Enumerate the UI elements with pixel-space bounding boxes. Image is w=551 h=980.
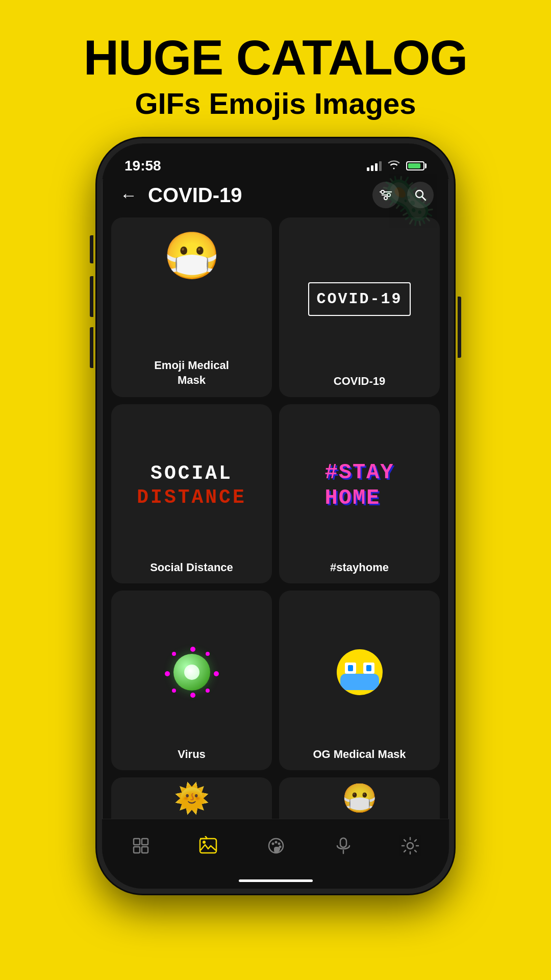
volume-down-button bbox=[90, 327, 93, 368]
sticker-label-emoji-mask: Emoji MedicalMask bbox=[154, 358, 229, 387]
phone-wrapper: 19:58 bbox=[97, 138, 454, 894]
app-header: 🦠 ← COVID-19 bbox=[102, 179, 449, 217]
sticker-label-stayhome: #stayhome bbox=[330, 561, 389, 574]
sticker-visual-stayhome: #STAY HOME bbox=[319, 414, 399, 557]
sticker-visual-covid19: COVID-19 bbox=[303, 228, 415, 371]
back-button[interactable]: ← bbox=[117, 183, 140, 208]
status-icons bbox=[367, 159, 427, 173]
page-subtitle: GIFs Emojis Images bbox=[84, 86, 467, 120]
sticker-label-social-distance: Social Distance bbox=[150, 561, 233, 574]
search-icon bbox=[415, 189, 426, 201]
sticker-card-virus[interactable]: Virus bbox=[111, 591, 272, 770]
svg-rect-9 bbox=[142, 839, 148, 845]
status-bar: 19:58 bbox=[102, 143, 449, 179]
home-indicator bbox=[102, 872, 449, 889]
bottom-nav bbox=[102, 819, 449, 872]
nav-item-mic[interactable] bbox=[325, 832, 362, 859]
svg-point-21 bbox=[407, 843, 413, 849]
svg-point-4 bbox=[387, 193, 390, 197]
sticker-card-og-mask[interactable]: OG Medical Mask bbox=[279, 591, 440, 770]
filter-icon bbox=[380, 190, 392, 200]
search-button[interactable] bbox=[407, 182, 434, 208]
svg-point-12 bbox=[203, 841, 206, 844]
svg-point-16 bbox=[274, 841, 277, 844]
sticker-grid: 😷 Emoji MedicalMask COVID-19 COVID-19 SO… bbox=[102, 217, 449, 770]
sticker-visual-social-distance: SOCIAL DISTANCE bbox=[137, 414, 246, 557]
nav-item-settings[interactable] bbox=[392, 832, 429, 859]
sticker-card-covid19[interactable]: COVID-19 COVID-19 bbox=[279, 217, 440, 397]
page-title: HUGE CATALOG bbox=[84, 33, 467, 82]
page-background: HUGE CATALOG GIFs Emojis Images 19:58 bbox=[0, 0, 551, 980]
nav-item-palette[interactable] bbox=[258, 832, 294, 859]
gallery-icon bbox=[198, 836, 218, 855]
sticker-card-social-distance[interactable]: SOCIAL DISTANCE Social Distance bbox=[111, 404, 272, 584]
volume-up-button bbox=[90, 276, 93, 317]
partial-card-right[interactable]: 😷 bbox=[279, 777, 440, 819]
svg-line-7 bbox=[422, 197, 426, 201]
svg-rect-8 bbox=[134, 839, 140, 845]
svg-point-17 bbox=[278, 843, 280, 845]
svg-point-15 bbox=[271, 843, 274, 845]
palette-icon bbox=[267, 837, 285, 855]
sticker-card-stayhome[interactable]: #STAY HOME #stayhome bbox=[279, 404, 440, 584]
page-header: HUGE CATALOG GIFs Emojis Images bbox=[84, 0, 467, 120]
sticker-visual-emoji-mask: 😷 bbox=[163, 233, 220, 279]
stickers-icon bbox=[132, 837, 150, 855]
filter-button[interactable] bbox=[372, 182, 399, 208]
mic-icon bbox=[334, 837, 353, 855]
sticker-card-emoji-mask[interactable]: 😷 Emoji MedicalMask bbox=[111, 217, 272, 397]
volume-mute-button bbox=[90, 235, 93, 263]
battery-icon bbox=[406, 161, 427, 170]
sticker-label-og-mask: OG Medical Mask bbox=[313, 748, 406, 761]
svg-rect-13 bbox=[200, 839, 216, 853]
nav-item-gallery[interactable] bbox=[189, 832, 227, 860]
settings-icon bbox=[401, 837, 419, 855]
svg-rect-11 bbox=[142, 847, 148, 853]
svg-point-3 bbox=[381, 190, 384, 193]
partial-cards-row: 🌞 😷 bbox=[102, 770, 449, 819]
svg-rect-19 bbox=[340, 838, 346, 847]
app-title: COVID-19 bbox=[148, 184, 364, 207]
wifi-icon bbox=[388, 159, 400, 173]
power-button bbox=[458, 297, 461, 358]
home-bar bbox=[239, 879, 313, 882]
sticker-label-covid19: COVID-19 bbox=[334, 375, 385, 388]
svg-rect-10 bbox=[134, 847, 140, 853]
sticker-visual-virus bbox=[164, 601, 220, 744]
signal-icon bbox=[367, 161, 382, 171]
partial-card-left[interactable]: 🌞 bbox=[111, 777, 272, 819]
status-time: 19:58 bbox=[124, 158, 161, 174]
phone-body: 19:58 bbox=[97, 138, 454, 894]
nav-item-stickers[interactable] bbox=[122, 832, 159, 859]
sticker-visual-og-mask bbox=[337, 601, 383, 744]
sticker-label-virus: Virus bbox=[178, 748, 206, 761]
svg-point-5 bbox=[384, 197, 387, 200]
